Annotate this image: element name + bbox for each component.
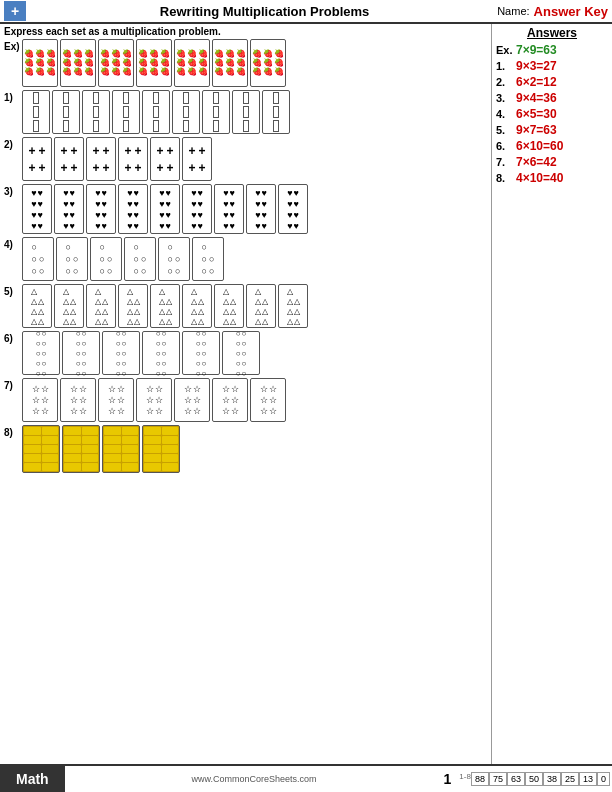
card bbox=[52, 90, 80, 134]
answers-panel: Answers Ex. 7×9=63 1. 9×3=27 2. 6×2=12 3… bbox=[492, 24, 612, 764]
instruction: Express each set as a multiplication pro… bbox=[4, 26, 487, 37]
answer-5-label: 5. bbox=[496, 124, 516, 136]
footer-page-number: 1 bbox=[444, 771, 452, 787]
answer-2-label: 2. bbox=[496, 76, 516, 88]
answer-2: 2. 6×2=12 bbox=[496, 75, 608, 89]
stat-38: 38 bbox=[543, 772, 561, 786]
card: ♥♥ ♥♥ ♥♥ ♥♥ bbox=[182, 184, 212, 234]
row4-cards: ○ ○○ ○○ ○ ○○ ○○ ○ bbox=[22, 237, 487, 281]
answer-1: 1. 9×3=27 bbox=[496, 59, 608, 73]
answers-title: Answers bbox=[496, 26, 608, 40]
card: ♥♥ ♥♥ ♥♥ ♥♥ bbox=[278, 184, 308, 234]
stats-label: 1-8 bbox=[459, 772, 471, 786]
card: ♥♥ ♥♥ ♥♥ ♥♥ bbox=[118, 184, 148, 234]
card bbox=[142, 90, 170, 134]
answer-2-eq: 6×2=12 bbox=[516, 75, 557, 89]
row5: 5) △ △△ △△ △△ △ △△ △△ △△ bbox=[4, 284, 487, 328]
block-card bbox=[62, 425, 100, 473]
answer-7: 7. 7×6=42 bbox=[496, 155, 608, 169]
row4-label: 4) bbox=[4, 237, 22, 250]
card: ○○ ○○ ○○ ○○ ○○ bbox=[222, 331, 260, 375]
row6: 6) ○○ ○○ ○○ ○○ ○○ ○○ ○○ ○○ bbox=[4, 331, 487, 375]
problems-area: Express each set as a multiplication pro… bbox=[0, 24, 492, 764]
block-card bbox=[22, 425, 60, 473]
answer-ex-label: Ex. bbox=[496, 44, 516, 56]
card bbox=[202, 90, 230, 134]
footer: Math www.CommonCoreSheets.com 1 1-8 88 7… bbox=[0, 764, 612, 792]
row4: 4) ○ ○○ ○○ ○ ○○ ○○ bbox=[4, 237, 487, 281]
answer-6-label: 6. bbox=[496, 140, 516, 152]
block-card bbox=[102, 425, 140, 473]
card: △ △△ △△ △△ bbox=[214, 284, 244, 328]
answer-4-label: 4. bbox=[496, 108, 516, 120]
card: 🍓🍓🍓 🍓🍓🍓 🍓🍓🍓 bbox=[174, 39, 210, 87]
row5-label: 5) bbox=[4, 284, 22, 297]
answer-8: 8. 4×10=40 bbox=[496, 171, 608, 185]
card: △ △△ △△ △△ bbox=[118, 284, 148, 328]
card: ☆☆ ☆☆ ☆☆ bbox=[60, 378, 96, 422]
card: ○ ○○ ○○ bbox=[158, 237, 190, 281]
card: ♥♥ ♥♥ ♥♥ ♥♥ bbox=[86, 184, 116, 234]
stat-63: 63 bbox=[507, 772, 525, 786]
header: + Rewriting Multiplication Problems Name… bbox=[0, 0, 612, 24]
card: △ △△ △△ △△ bbox=[22, 284, 52, 328]
row1: 1) bbox=[4, 90, 487, 134]
answer-ex: Ex. 7×9=63 bbox=[496, 43, 608, 57]
card: ♥♥ ♥♥ ♥♥ ♥♥ bbox=[22, 184, 52, 234]
card: ○ ○○ ○○ bbox=[22, 237, 54, 281]
card: ☆☆ ☆☆ ☆☆ bbox=[212, 378, 248, 422]
stat-25: 25 bbox=[561, 772, 579, 786]
row1-label: 1) bbox=[4, 90, 22, 103]
block-card bbox=[142, 425, 180, 473]
ex-label: Ex) bbox=[4, 39, 22, 52]
card: + + + + bbox=[118, 137, 148, 181]
row1-cards bbox=[22, 90, 487, 134]
ex-cards: 🍓🍓🍓 🍓🍓🍓 🍓🍓🍓 🍓🍓🍓 🍓🍓🍓 🍓🍓🍓 🍓🍓🍓 bbox=[22, 39, 487, 87]
card: ○○ ○○ ○○ ○○ ○○ bbox=[142, 331, 180, 375]
card bbox=[262, 90, 290, 134]
answer-1-eq: 9×3=27 bbox=[516, 59, 557, 73]
card: 🍓🍓🍓 🍓🍓🍓 🍓🍓🍓 bbox=[250, 39, 286, 87]
footer-math-label: Math bbox=[0, 766, 65, 792]
answer-8-label: 8. bbox=[496, 172, 516, 184]
row6-cards: ○○ ○○ ○○ ○○ ○○ ○○ ○○ ○○ ○○ ○○ bbox=[22, 331, 487, 375]
card: △ △△ △△ △△ bbox=[182, 284, 212, 328]
card: 🍓🍓🍓 🍓🍓🍓 🍓🍓🍓 bbox=[98, 39, 134, 87]
answer-1-label: 1. bbox=[496, 60, 516, 72]
footer-stats: 1-8 88 75 63 50 38 25 13 0 bbox=[459, 772, 610, 786]
answer-8-eq: 4×10=40 bbox=[516, 171, 563, 185]
card: + + + + bbox=[182, 137, 212, 181]
card: ○○ ○○ ○○ ○○ ○○ bbox=[62, 331, 100, 375]
card: △ △△ △△ △△ bbox=[150, 284, 180, 328]
card: ♥♥ ♥♥ ♥♥ ♥♥ bbox=[214, 184, 244, 234]
card: △ △△ △△ △△ bbox=[86, 284, 116, 328]
card: ☆☆ ☆☆ ☆☆ bbox=[250, 378, 286, 422]
name-label: Name: bbox=[497, 5, 529, 17]
row2-label: 2) bbox=[4, 137, 22, 150]
answer-4-eq: 6×5=30 bbox=[516, 107, 557, 121]
stat-88: 88 bbox=[471, 772, 489, 786]
answer-6-eq: 6×10=60 bbox=[516, 139, 563, 153]
answer-7-label: 7. bbox=[496, 156, 516, 168]
card: △ △△ △△ △△ bbox=[278, 284, 308, 328]
footer-website: www.CommonCoreSheets.com bbox=[65, 774, 444, 784]
answer-3-label: 3. bbox=[496, 92, 516, 104]
logo: + bbox=[4, 1, 26, 21]
row8-label: 8) bbox=[4, 425, 22, 438]
card: ○○ ○○ ○○ ○○ ○○ bbox=[182, 331, 220, 375]
stat-13: 13 bbox=[579, 772, 597, 786]
answer-3: 3. 9×4=36 bbox=[496, 91, 608, 105]
card: + + + + bbox=[150, 137, 180, 181]
row7: 7) ☆☆ ☆☆ ☆☆ ☆☆ ☆☆ ☆☆ bbox=[4, 378, 487, 422]
answer-6: 6. 6×10=60 bbox=[496, 139, 608, 153]
header-title: Rewriting Multiplication Problems bbox=[32, 4, 497, 19]
answer-7-eq: 7×6=42 bbox=[516, 155, 557, 169]
row7-cards: ☆☆ ☆☆ ☆☆ ☆☆ ☆☆ ☆☆ ☆☆ ☆☆ bbox=[22, 378, 487, 422]
card: 🍓🍓🍓 🍓🍓🍓 🍓🍓🍓 bbox=[22, 39, 58, 87]
card: ☆☆ ☆☆ ☆☆ bbox=[136, 378, 172, 422]
card: ☆☆ ☆☆ ☆☆ bbox=[98, 378, 134, 422]
card bbox=[82, 90, 110, 134]
row3-cards: ♥♥ ♥♥ ♥♥ ♥♥ ♥♥ ♥♥ ♥♥ ♥♥ bbox=[22, 184, 487, 234]
card: ♥♥ ♥♥ ♥♥ ♥♥ bbox=[150, 184, 180, 234]
answer-ex-eq: 7×9=63 bbox=[516, 43, 557, 57]
